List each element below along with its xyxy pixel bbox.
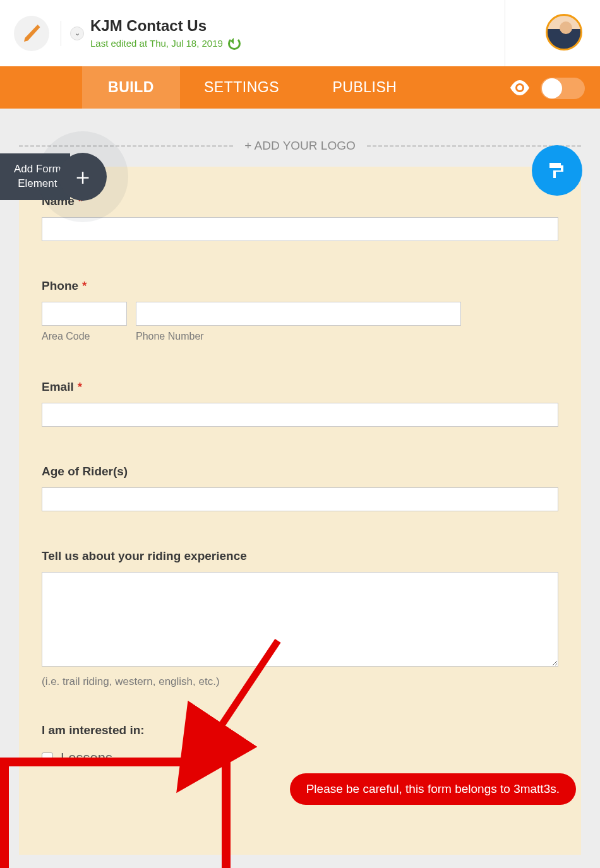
add-form-element-button[interactable]: ＋ [59, 153, 107, 201]
area-code-sub-label: Area Code [42, 331, 127, 342]
svg-line-1 [207, 641, 278, 747]
form-canvas: + ADD YOUR LOGO Add Form Element ＋ Name*… [0, 109, 600, 855]
interested-label: I am interested in: [42, 723, 558, 737]
last-edited-row: Last edited at Thu, Jul 18, 2019 [90, 37, 241, 50]
form-enable-toggle[interactable] [541, 78, 585, 99]
experience-textarea[interactable] [42, 572, 558, 667]
email-label-text: Email [42, 380, 74, 393]
main-tabs: BUILD SETTINGS PUBLISH [0, 66, 600, 109]
paint-roller-icon [546, 159, 568, 182]
svg-point-0 [517, 85, 522, 90]
add-logo-button[interactable]: + ADD YOUR LOGO [233, 139, 366, 153]
last-edited-text: Last edited at Thu, Jul 18, 2019 [90, 38, 223, 49]
header-divider-right [505, 0, 505, 66]
dash-left [19, 145, 233, 147]
title-block: KJM Contact Us Last edited at Thu, Jul 1… [90, 17, 241, 50]
age-input[interactable] [42, 487, 558, 511]
chevron-down-icon: ⌄ [75, 29, 80, 37]
toggle-knob [542, 78, 562, 98]
add-form-element-group: Add Form Element ＋ [0, 153, 107, 201]
age-label: Age of Rider(s) [42, 465, 558, 479]
name-label: Name* [42, 194, 558, 208]
required-asterisk: * [82, 279, 87, 292]
field-email: Email* [42, 380, 558, 427]
preview-button[interactable] [509, 80, 531, 98]
phone-label: Phone* [42, 279, 558, 293]
header-divider [61, 21, 61, 46]
name-input[interactable] [42, 217, 558, 241]
annotation-arrow [196, 641, 297, 770]
ownership-warning: Please be careful, this form belongs to … [290, 773, 576, 805]
checkbox-label: Lessons [61, 750, 112, 766]
form-designer-button[interactable] [532, 145, 582, 196]
email-input[interactable] [42, 403, 558, 427]
field-phone: Phone* Area Code Phone Number [42, 279, 558, 342]
form-title: KJM Contact Us [90, 17, 241, 35]
field-experience: Tell us about your riding experience (i.… [42, 549, 558, 688]
phone-number-col: Phone Number [136, 302, 461, 342]
tab-settings[interactable]: SETTINGS [180, 66, 303, 109]
form-switcher-button[interactable]: ⌄ [70, 27, 84, 40]
field-age: Age of Rider(s) [42, 465, 558, 511]
spacer [42, 694, 558, 723]
plus-icon: ＋ [71, 162, 94, 193]
phone-row: Area Code Phone Number [42, 302, 558, 342]
required-asterisk: * [78, 380, 82, 393]
revert-icon[interactable] [228, 37, 241, 50]
add-form-element-line1: Add Form [14, 163, 61, 175]
experience-hint: (i.e. trail riding, western, english, et… [42, 675, 558, 688]
pencil-icon [22, 24, 41, 43]
field-interested: I am interested in: Lessons [42, 723, 558, 766]
checkbox-row-lessons[interactable]: Lessons [42, 750, 558, 766]
form-body: Name* Phone* Area Code Phone Number Emai… [19, 167, 581, 855]
add-form-element-line2: Element [18, 177, 57, 189]
email-label: Email* [42, 380, 558, 394]
checkbox-icon [42, 752, 53, 764]
experience-label: Tell us about your riding experience [42, 549, 558, 563]
phone-label-text: Phone [42, 279, 78, 292]
app-logo [14, 16, 49, 51]
tab-build[interactable]: BUILD [82, 66, 180, 109]
phone-number-sub-label: Phone Number [136, 331, 461, 342]
user-avatar[interactable] [546, 14, 582, 51]
field-name: Name* [42, 194, 558, 241]
phone-number-input[interactable] [136, 302, 461, 326]
area-code-col: Area Code [42, 302, 127, 342]
area-code-input[interactable] [42, 302, 127, 326]
tab-publish[interactable]: PUBLISH [303, 66, 426, 109]
app-header: ⌄ KJM Contact Us Last edited at Thu, Jul… [0, 0, 600, 66]
